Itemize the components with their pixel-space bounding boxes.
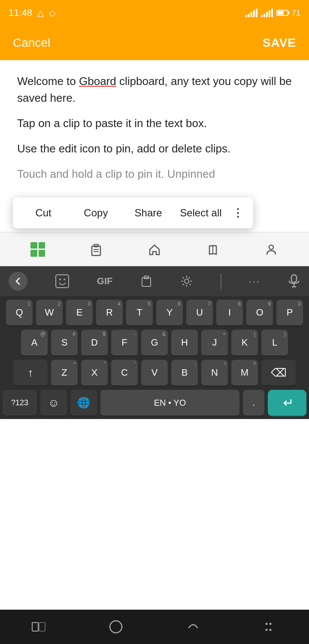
enter-key[interactable] (268, 390, 306, 416)
settings-icon (180, 275, 193, 288)
clipboard-keyboard-icon (140, 275, 153, 288)
period-key[interactable]: . (243, 390, 264, 416)
microphone-button[interactable] (288, 274, 300, 289)
shift-key[interactable]: ↑ (13, 360, 48, 386)
svg-point-10 (64, 279, 65, 280)
key-m[interactable]: ?M (231, 360, 258, 386)
key-n[interactable]: !N (201, 360, 228, 386)
gif-button[interactable]: GIF (97, 276, 113, 287)
book-icon[interactable] (200, 237, 226, 262)
key-t[interactable]: 5T (126, 300, 153, 326)
key-z[interactable]: *Z (51, 360, 78, 386)
key-h[interactable]: H (171, 330, 198, 356)
nav-home[interactable] (99, 614, 133, 640)
person-svg (264, 243, 278, 256)
context-menu: Cut Copy Share Select all ⋮ (13, 197, 253, 228)
key-d[interactable]: $D (81, 330, 108, 356)
spacebar[interactable]: EN • YO (100, 390, 239, 416)
keyboard-back-button[interactable] (9, 272, 27, 291)
signal-bar (253, 10, 255, 17)
num-key[interactable]: ?123 (3, 390, 37, 416)
key-num: ' (135, 361, 136, 367)
nav-menu[interactable] (253, 614, 288, 640)
emoji-keyboard-button[interactable] (55, 274, 70, 289)
clipboard-svg (89, 243, 103, 256)
content-paragraph-1: Welcome to Gboard clipboard, any text yo… (17, 73, 292, 106)
svg-point-20 (266, 623, 268, 625)
svg-point-7 (269, 245, 273, 249)
svg-point-23 (270, 629, 272, 631)
signal-bar (264, 14, 265, 17)
home-svg (148, 243, 161, 256)
book-svg (206, 243, 220, 256)
key-num: ) (284, 331, 286, 337)
emoji-face-icon (55, 274, 70, 289)
select-all-menu-item[interactable]: Select all (175, 200, 227, 226)
content-paragraph-2: Tap on a clip to paste it in the text bo… (17, 115, 292, 132)
signal-bar (256, 9, 258, 17)
battery-level: 71 (292, 9, 300, 18)
save-button[interactable]: SAVE (263, 36, 296, 50)
clipboard-keyboard-button[interactable] (140, 275, 153, 288)
key-i[interactable]: 8I (216, 300, 243, 326)
key-b[interactable]: ;B (171, 360, 198, 386)
emoji-grid (30, 242, 45, 257)
key-r[interactable]: 4R (96, 300, 123, 326)
key-g[interactable]: &G (141, 330, 168, 356)
home-icon[interactable] (142, 237, 167, 262)
person-icon[interactable] (258, 237, 284, 262)
key-l[interactable]: )L (261, 330, 288, 356)
more-menu-item[interactable]: ⋮ (227, 200, 249, 227)
share-menu-item[interactable]: Share (122, 200, 175, 226)
cut-menu-item[interactable]: Cut (17, 200, 70, 226)
nav-recent-apps[interactable] (21, 614, 56, 640)
key-num: * (73, 361, 76, 367)
signal-bar (271, 9, 273, 17)
key-p[interactable]: 0P (276, 300, 303, 326)
cancel-button[interactable]: Cancel (13, 36, 50, 50)
key-num: # (73, 331, 76, 337)
key-num: 0 (298, 301, 301, 307)
key-e[interactable]: 3E (66, 300, 93, 326)
key-v[interactable]: :V (141, 360, 168, 386)
key-w[interactable]: 2W (36, 300, 63, 326)
key-j[interactable]: +J (201, 330, 228, 356)
clipboard-icon[interactable] (83, 237, 109, 262)
key-num: ! (224, 361, 226, 367)
keyboard-divider (221, 273, 221, 289)
globe-key[interactable]: 🌐 (70, 390, 97, 416)
more-keyboard-button[interactable]: ··· (249, 275, 260, 287)
key-num: & (162, 331, 166, 337)
signal-bars-2 (261, 9, 273, 17)
status-left: 11:48 △ ◇ (9, 7, 55, 18)
key-a[interactable]: @A (21, 330, 48, 356)
menu-dots-icon (263, 620, 278, 633)
signal-bar (261, 15, 263, 17)
emoji-grid-cell (39, 242, 45, 249)
emoji-grid-icon[interactable] (25, 237, 51, 262)
key-s[interactable]: #S (51, 330, 78, 356)
key-x[interactable]: "X (81, 360, 108, 386)
key-num: ( (254, 331, 256, 337)
key-k[interactable]: (K (231, 330, 258, 356)
home-nav-icon (108, 619, 124, 635)
key-c[interactable]: 'C (111, 360, 138, 386)
status-time: 11:48 (9, 7, 32, 18)
key-num: 5 (148, 301, 151, 307)
nav-back[interactable] (176, 614, 210, 640)
backspace-key[interactable]: ⌫ (261, 360, 296, 386)
key-o[interactable]: 9O (246, 300, 273, 326)
key-y[interactable]: 6Y (156, 300, 183, 326)
key-q[interactable]: 1Q (6, 300, 33, 326)
key-f[interactable]: -F (111, 330, 138, 356)
copy-menu-item[interactable]: Copy (70, 200, 122, 226)
key-num: ; (194, 361, 196, 367)
settings-button[interactable] (180, 275, 193, 288)
key-num: 7 (208, 301, 211, 307)
emoji-key[interactable]: ☺ (40, 390, 67, 416)
svg-rect-14 (291, 275, 297, 283)
emoji-grid-cell (39, 250, 45, 257)
key-num: 4 (118, 301, 121, 307)
key-u[interactable]: 7U (186, 300, 213, 326)
key-num: : (164, 361, 166, 367)
